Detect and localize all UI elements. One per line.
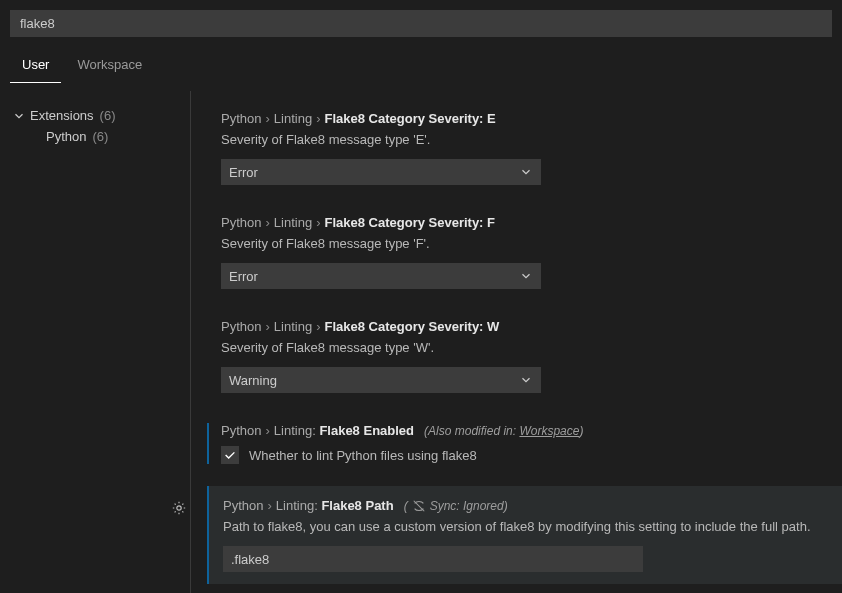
check-icon (223, 448, 237, 462)
setting-gear-button[interactable] (169, 498, 189, 518)
input-value: .flake8 (231, 552, 269, 567)
settings-toc: Extensions (6) Python (6) (0, 91, 190, 593)
flake8-enabled-checkbox[interactable] (221, 446, 239, 464)
toc-extensions-count: (6) (100, 108, 116, 123)
chevron-down-icon (519, 269, 533, 283)
setting-description: Severity of Flake8 message type 'F'. (221, 236, 832, 251)
tab-user[interactable]: User (10, 51, 61, 83)
breadcrumb-sep: › (316, 215, 320, 230)
toc-python-count: (6) (92, 129, 108, 144)
tab-workspace[interactable]: Workspace (65, 51, 154, 83)
select-value: Error (229, 165, 258, 180)
select-value: Warning (229, 373, 277, 388)
breadcrumb-sep: › (265, 423, 269, 438)
settings-list: Python›Linting›Flake8 Category Severity:… (190, 91, 842, 593)
setting-description: Whether to lint Python files using flake… (249, 448, 477, 463)
setting-flake8-path: Python›Linting: Flake8 Path ( Sync: Igno… (207, 486, 842, 584)
chevron-down-icon (519, 373, 533, 387)
breadcrumb-sep: › (265, 215, 269, 230)
setting-title: Python›Linting›Flake8 Category Severity:… (221, 111, 832, 126)
severity-f-select[interactable]: Error (221, 263, 541, 289)
chevron-down-icon (12, 109, 26, 123)
severity-w-select[interactable]: Warning (221, 367, 541, 393)
settings-body: Extensions (6) Python (6) Python›Linting… (0, 83, 842, 593)
toc-extensions-label: Extensions (30, 108, 94, 123)
toc-extensions[interactable]: Extensions (6) (12, 105, 182, 126)
setting-flake8-enabled: Python›Linting: Flake8 Enabled (Also mod… (221, 423, 832, 464)
settings-scope-tabs: User Workspace (0, 37, 842, 83)
svg-point-0 (177, 506, 181, 510)
breadcrumb-sep: › (316, 111, 320, 126)
settings-search-input[interactable]: flake8 (10, 10, 832, 37)
also-modified-workspace-link[interactable]: Workspace (519, 424, 579, 438)
gear-icon (171, 500, 187, 516)
also-modified-hint: (Also modified in: Workspace) (424, 424, 583, 438)
sync-ignored-icon (412, 499, 426, 513)
setting-title: Python›Linting: Flake8 Path (223, 498, 394, 513)
search-value: flake8 (20, 16, 55, 31)
severity-e-select[interactable]: Error (221, 159, 541, 185)
setting-title: Python›Linting›Flake8 Category Severity:… (221, 319, 832, 334)
breadcrumb-sep: › (265, 111, 269, 126)
breadcrumb-sep: › (316, 319, 320, 334)
setting-flake8-severity-f: Python›Linting›Flake8 Category Severity:… (221, 215, 832, 289)
chevron-down-icon (519, 165, 533, 179)
sync-ignored-hint: ( Sync: Ignored) (404, 499, 508, 513)
breadcrumb-sep: › (267, 498, 271, 513)
setting-description: Path to flake8, you can use a custom ver… (223, 519, 830, 534)
setting-description: Severity of Flake8 message type 'E'. (221, 132, 832, 147)
setting-title: Python›Linting›Flake8 Category Severity:… (221, 215, 832, 230)
select-value: Error (229, 269, 258, 284)
setting-flake8-severity-e: Python›Linting›Flake8 Category Severity:… (221, 111, 832, 185)
toc-python[interactable]: Python (6) (12, 126, 182, 147)
setting-flake8-severity-w: Python›Linting›Flake8 Category Severity:… (221, 319, 832, 393)
breadcrumb-sep: › (265, 319, 269, 334)
setting-title: Python›Linting: Flake8 Enabled (221, 423, 414, 438)
setting-description: Severity of Flake8 message type 'W'. (221, 340, 832, 355)
flake8-path-input[interactable]: .flake8 (223, 546, 643, 572)
toc-python-label: Python (46, 129, 86, 144)
